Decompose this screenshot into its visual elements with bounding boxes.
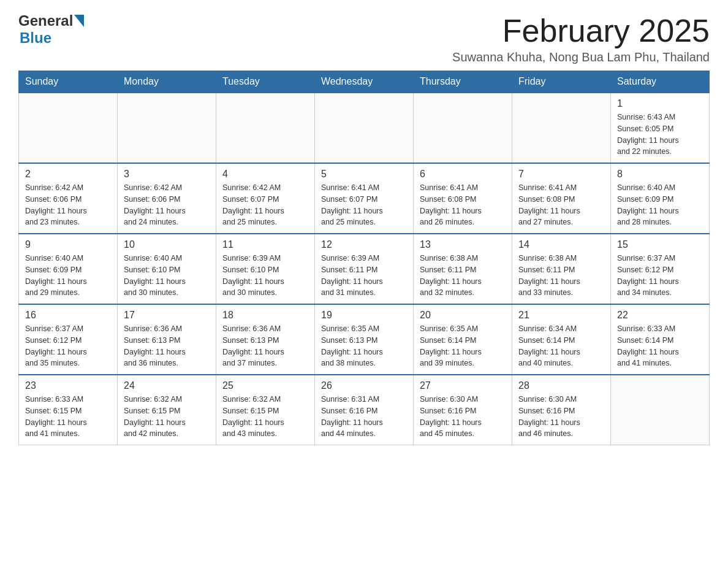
day-info: Sunrise: 6:40 AM Sunset: 6:09 PM Dayligh… (617, 182, 703, 228)
day-info: Sunrise: 6:33 AM Sunset: 6:14 PM Dayligh… (617, 323, 703, 369)
day-number: 20 (420, 310, 506, 321)
calendar-week-row: 1Sunrise: 6:43 AM Sunset: 6:05 PM Daylig… (19, 93, 710, 163)
day-number: 23 (25, 380, 111, 391)
calendar-cell (19, 93, 118, 163)
day-number: 28 (518, 380, 604, 391)
calendar-cell: 18Sunrise: 6:36 AM Sunset: 6:13 PM Dayli… (216, 304, 315, 375)
calendar-week-row: 2Sunrise: 6:42 AM Sunset: 6:06 PM Daylig… (19, 163, 710, 234)
logo-general-text: General (18, 12, 73, 29)
day-number: 5 (321, 169, 407, 180)
calendar-day-header: Wednesday (315, 71, 414, 93)
day-number: 26 (321, 380, 407, 391)
day-number: 14 (518, 239, 604, 250)
calendar-cell: 13Sunrise: 6:38 AM Sunset: 6:11 PM Dayli… (414, 234, 512, 304)
calendar-day-header: Sunday (19, 71, 118, 93)
calendar-day-header: Monday (118, 71, 216, 93)
calendar-cell (315, 93, 414, 163)
calendar-cell: 14Sunrise: 6:38 AM Sunset: 6:11 PM Dayli… (512, 234, 611, 304)
day-info: Sunrise: 6:40 AM Sunset: 6:09 PM Dayligh… (25, 253, 111, 299)
day-info: Sunrise: 6:38 AM Sunset: 6:11 PM Dayligh… (518, 253, 604, 299)
day-info: Sunrise: 6:39 AM Sunset: 6:10 PM Dayligh… (222, 253, 308, 299)
calendar-cell: 28Sunrise: 6:30 AM Sunset: 6:16 PM Dayli… (512, 375, 611, 445)
logo[interactable]: General Blue (18, 12, 84, 47)
calendar-cell: 21Sunrise: 6:34 AM Sunset: 6:14 PM Dayli… (512, 304, 611, 375)
calendar-cell: 16Sunrise: 6:37 AM Sunset: 6:12 PM Dayli… (19, 304, 118, 375)
day-info: Sunrise: 6:41 AM Sunset: 6:07 PM Dayligh… (321, 182, 407, 228)
calendar-header-row: SundayMondayTuesdayWednesdayThursdayFrid… (19, 71, 710, 93)
day-number: 25 (222, 380, 308, 391)
calendar-cell: 11Sunrise: 6:39 AM Sunset: 6:10 PM Dayli… (216, 234, 315, 304)
day-number: 21 (518, 310, 604, 321)
day-info: Sunrise: 6:41 AM Sunset: 6:08 PM Dayligh… (518, 182, 604, 228)
logo-blue-text: Blue (20, 29, 51, 46)
day-info: Sunrise: 6:43 AM Sunset: 6:05 PM Dayligh… (617, 112, 703, 158)
day-number: 6 (420, 169, 506, 180)
day-info: Sunrise: 6:36 AM Sunset: 6:13 PM Dayligh… (124, 323, 210, 369)
day-number: 16 (25, 310, 111, 321)
calendar-cell: 12Sunrise: 6:39 AM Sunset: 6:11 PM Dayli… (315, 234, 414, 304)
month-title: February 2025 (452, 12, 710, 49)
calendar-cell: 15Sunrise: 6:37 AM Sunset: 6:12 PM Dayli… (611, 234, 710, 304)
calendar-week-row: 23Sunrise: 6:33 AM Sunset: 6:15 PM Dayli… (19, 375, 710, 445)
day-info: Sunrise: 6:34 AM Sunset: 6:14 PM Dayligh… (518, 323, 604, 369)
day-number: 1 (617, 98, 703, 109)
calendar-cell: 3Sunrise: 6:42 AM Sunset: 6:06 PM Daylig… (118, 163, 216, 234)
calendar-cell: 25Sunrise: 6:32 AM Sunset: 6:15 PM Dayli… (216, 375, 315, 445)
calendar-cell: 24Sunrise: 6:32 AM Sunset: 6:15 PM Dayli… (118, 375, 216, 445)
day-info: Sunrise: 6:30 AM Sunset: 6:16 PM Dayligh… (420, 394, 506, 440)
calendar-cell: 6Sunrise: 6:41 AM Sunset: 6:08 PM Daylig… (414, 163, 512, 234)
day-info: Sunrise: 6:42 AM Sunset: 6:06 PM Dayligh… (25, 182, 111, 228)
day-number: 11 (222, 239, 308, 250)
day-number: 9 (25, 239, 111, 250)
calendar-cell: 5Sunrise: 6:41 AM Sunset: 6:07 PM Daylig… (315, 163, 414, 234)
calendar-cell: 22Sunrise: 6:33 AM Sunset: 6:14 PM Dayli… (611, 304, 710, 375)
calendar-day-header: Friday (512, 71, 611, 93)
calendar-cell: 20Sunrise: 6:35 AM Sunset: 6:14 PM Dayli… (414, 304, 512, 375)
day-number: 13 (420, 239, 506, 250)
calendar-cell: 4Sunrise: 6:42 AM Sunset: 6:07 PM Daylig… (216, 163, 315, 234)
page-header: General Blue February 2025 Suwanna Khuha… (0, 0, 728, 71)
calendar-cell: 7Sunrise: 6:41 AM Sunset: 6:08 PM Daylig… (512, 163, 611, 234)
day-info: Sunrise: 6:42 AM Sunset: 6:07 PM Dayligh… (222, 182, 308, 228)
calendar-cell: 23Sunrise: 6:33 AM Sunset: 6:15 PM Dayli… (19, 375, 118, 445)
day-number: 12 (321, 239, 407, 250)
calendar-cell: 2Sunrise: 6:42 AM Sunset: 6:06 PM Daylig… (19, 163, 118, 234)
calendar-cell: 9Sunrise: 6:40 AM Sunset: 6:09 PM Daylig… (19, 234, 118, 304)
calendar-cell: 19Sunrise: 6:35 AM Sunset: 6:13 PM Dayli… (315, 304, 414, 375)
day-info: Sunrise: 6:41 AM Sunset: 6:08 PM Dayligh… (420, 182, 506, 228)
day-number: 7 (518, 169, 604, 180)
day-number: 3 (124, 169, 210, 180)
calendar-cell: 17Sunrise: 6:36 AM Sunset: 6:13 PM Dayli… (118, 304, 216, 375)
day-info: Sunrise: 6:40 AM Sunset: 6:10 PM Dayligh… (124, 253, 210, 299)
calendar-day-header: Thursday (414, 71, 512, 93)
day-info: Sunrise: 6:38 AM Sunset: 6:11 PM Dayligh… (420, 253, 506, 299)
calendar-cell: 1Sunrise: 6:43 AM Sunset: 6:05 PM Daylig… (611, 93, 710, 163)
calendar-week-row: 9Sunrise: 6:40 AM Sunset: 6:09 PM Daylig… (19, 234, 710, 304)
day-number: 24 (124, 380, 210, 391)
day-info: Sunrise: 6:36 AM Sunset: 6:13 PM Dayligh… (222, 323, 308, 369)
calendar-cell: 10Sunrise: 6:40 AM Sunset: 6:10 PM Dayli… (118, 234, 216, 304)
day-info: Sunrise: 6:32 AM Sunset: 6:15 PM Dayligh… (222, 394, 308, 440)
day-info: Sunrise: 6:37 AM Sunset: 6:12 PM Dayligh… (25, 323, 111, 369)
calendar-cell (216, 93, 315, 163)
day-number: 15 (617, 239, 703, 250)
day-number: 8 (617, 169, 703, 180)
day-number: 10 (124, 239, 210, 250)
day-info: Sunrise: 6:35 AM Sunset: 6:13 PM Dayligh… (321, 323, 407, 369)
calendar-cell (512, 93, 611, 163)
day-info: Sunrise: 6:39 AM Sunset: 6:11 PM Dayligh… (321, 253, 407, 299)
svg-marker-0 (74, 15, 84, 27)
day-number: 4 (222, 169, 308, 180)
day-number: 18 (222, 310, 308, 321)
calendar-cell (611, 375, 710, 445)
title-section: February 2025 Suwanna Khuha, Nong Bua La… (452, 12, 710, 64)
calendar-day-header: Saturday (611, 71, 710, 93)
day-info: Sunrise: 6:30 AM Sunset: 6:16 PM Dayligh… (518, 394, 604, 440)
calendar-cell: 26Sunrise: 6:31 AM Sunset: 6:16 PM Dayli… (315, 375, 414, 445)
calendar-cell: 27Sunrise: 6:30 AM Sunset: 6:16 PM Dayli… (414, 375, 512, 445)
day-number: 19 (321, 310, 407, 321)
calendar-cell (414, 93, 512, 163)
calendar-table: SundayMondayTuesdayWednesdayThursdayFrid… (18, 71, 710, 445)
location-title: Suwanna Khuha, Nong Bua Lam Phu, Thailan… (452, 50, 710, 64)
day-info: Sunrise: 6:31 AM Sunset: 6:16 PM Dayligh… (321, 394, 407, 440)
